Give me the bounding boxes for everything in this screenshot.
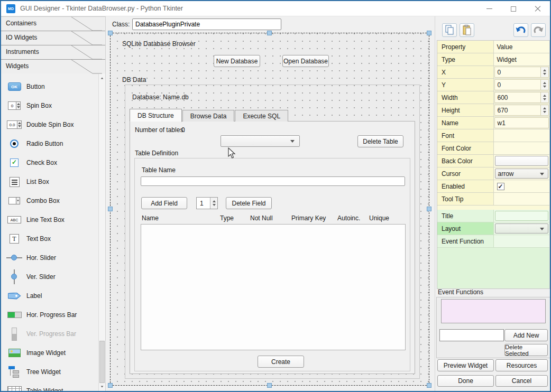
back-color-button[interactable] — [495, 156, 549, 166]
label-tag-icon — [8, 293, 21, 300]
widget-list-scrollbar[interactable] — [98, 74, 105, 391]
widget-item-line-text-box[interactable]: ABC Line Text Box — [1, 210, 105, 229]
yellow-section-filler — [437, 206, 549, 210]
enabled-checkbox[interactable]: ✓ — [497, 183, 504, 190]
redo-button[interactable] — [531, 23, 546, 37]
delete-selected-button[interactable]: Delete Selected — [504, 344, 548, 356]
add-new-button[interactable]: Add New — [504, 329, 548, 341]
maximize-button[interactable] — [501, 1, 526, 16]
db-data-label: DB Data — [122, 76, 146, 83]
table-name-input[interactable] — [141, 176, 405, 186]
resize-handle[interactable] — [108, 207, 113, 211]
widget-item-radio-button[interactable]: Radio Button — [1, 134, 105, 153]
preview-widget-button[interactable]: Preview Widget — [437, 359, 494, 371]
delete-table-button[interactable]: Delete Table — [357, 135, 403, 147]
resize-handle[interactable] — [267, 383, 272, 388]
property-row-back-color: Back Color — [437, 155, 549, 167]
delete-field-button[interactable]: Detele Field — [226, 197, 272, 209]
app-icon: MD — [6, 4, 15, 13]
tab-db-structure[interactable]: DB Structure — [130, 109, 182, 122]
width-spinbox[interactable]: 600 — [494, 92, 549, 103]
cursor-select[interactable]: arrow — [495, 169, 549, 179]
widget-item-double-spin-box[interactable]: 0.0 Double Spin Box — [1, 115, 105, 134]
spinbox-icon: 0 — [8, 101, 21, 110]
undo-button[interactable] — [513, 23, 528, 37]
property-row-x: X 0 — [437, 66, 549, 79]
new-function-input[interactable] — [439, 329, 504, 341]
widget-item-check-box[interactable]: ✓ Check Box — [1, 153, 105, 172]
close-button[interactable] — [526, 1, 550, 16]
minimize-button[interactable] — [477, 1, 501, 16]
table-icon — [7, 386, 22, 391]
palette-section-io-widgets[interactable]: IO Widgets — [1, 31, 105, 45]
class-name-input[interactable] — [132, 18, 281, 30]
tab-browse-data[interactable]: Browse Data — [182, 110, 235, 122]
resize-handle[interactable] — [427, 207, 431, 211]
create-button[interactable]: Create — [258, 356, 304, 368]
resize-handle[interactable] — [267, 31, 272, 35]
copy-button[interactable] — [442, 23, 457, 37]
widget-item-text-box[interactable]: T Text Box — [1, 229, 105, 248]
resources-button[interactable]: Resources — [495, 359, 548, 371]
new-database-button[interactable]: New Database — [214, 55, 260, 67]
y-spinbox[interactable]: 0 — [494, 79, 549, 90]
widget-item-label[interactable]: Label — [1, 286, 105, 305]
name-input[interactable]: w1 — [494, 117, 549, 128]
font-color-value[interactable] — [494, 142, 550, 154]
spinner-arrows[interactable] — [540, 105, 548, 115]
widget-item-combo-box[interactable]: Combo Box — [1, 191, 105, 210]
paste-button[interactable] — [460, 23, 474, 37]
widget-item-horizontal-progress-bar[interactable]: Hor. Progress Bar — [1, 305, 105, 324]
widget-item-spin-box[interactable]: 0 Spin Box — [1, 96, 105, 115]
height-spinbox[interactable]: 670 — [494, 105, 549, 116]
open-database-button[interactable]: Open Database — [282, 55, 329, 67]
spinner-arrows[interactable] — [540, 67, 548, 77]
add-field-button[interactable]: Add Field — [141, 197, 187, 209]
widget-item-table-widget[interactable]: Table Widget — [1, 381, 105, 391]
palette-section-widgets[interactable]: Widgets — [1, 59, 105, 73]
palette-section-containers[interactable]: Containers — [1, 16, 105, 31]
green-section-filler — [437, 248, 549, 288]
layout-select[interactable] — [495, 223, 549, 234]
event-function-value[interactable] — [494, 235, 550, 247]
column-header-primary-key: Primary Key — [291, 214, 326, 222]
widget-item-label: List Box — [26, 178, 49, 185]
widget-item-image-widget[interactable]: Image Widget — [1, 343, 105, 362]
spinner-arrows[interactable] — [210, 198, 217, 209]
palette-section-instruments[interactable]: Instruments — [1, 45, 105, 59]
design-canvas[interactable]: SQLite Database Browser New Database Ope… — [110, 33, 429, 386]
scrollbar-thumb[interactable] — [99, 341, 105, 383]
done-button[interactable]: Done — [437, 375, 494, 387]
scroll-down-arrow-icon[interactable] — [99, 384, 105, 390]
widget-item-list-box[interactable]: List Box — [1, 172, 105, 191]
widget-item-horizontal-slider[interactable]: Hor. Slider — [1, 248, 105, 267]
field-count-spinner[interactable]: 1 — [196, 197, 218, 209]
event-functions-list[interactable] — [441, 299, 546, 323]
scroll-up-arrow-icon[interactable] — [99, 75, 105, 81]
tool-tip-value[interactable] — [494, 193, 550, 205]
image-icon — [8, 349, 21, 357]
widget-item-vertical-slider[interactable]: Ver. Slider — [1, 267, 105, 286]
widget-item-label: Button — [26, 83, 45, 90]
widget-item-tree-widget[interactable]: Tree Widget — [1, 362, 105, 381]
column-header-type: Type — [220, 214, 234, 222]
resize-handle[interactable] — [108, 31, 113, 35]
spinner-arrows[interactable] — [540, 80, 548, 90]
resize-handle[interactable] — [427, 383, 431, 388]
x-spinbox[interactable]: 0 — [494, 67, 549, 78]
title-bar: MD GUI Designer - Tkinter DataBrowser.py… — [1, 1, 550, 16]
column-header-name: Name — [142, 214, 159, 222]
tab-execute-sql[interactable]: Execute SQL — [235, 110, 288, 122]
number-of-tables-value: 0 — [181, 126, 185, 134]
property-name: Y — [437, 79, 494, 91]
title-input[interactable] — [495, 211, 549, 221]
font-value[interactable] — [494, 129, 550, 142]
spinner-arrows[interactable] — [540, 92, 548, 102]
property-table-header: Property Value — [437, 41, 549, 53]
tables-select[interactable] — [221, 135, 300, 147]
resize-handle[interactable] — [427, 31, 431, 35]
resize-handle[interactable] — [108, 383, 113, 388]
widget-item-button[interactable]: OK Button — [1, 77, 105, 96]
field-list[interactable] — [141, 224, 406, 350]
cancel-button[interactable]: Cancel — [495, 375, 548, 387]
